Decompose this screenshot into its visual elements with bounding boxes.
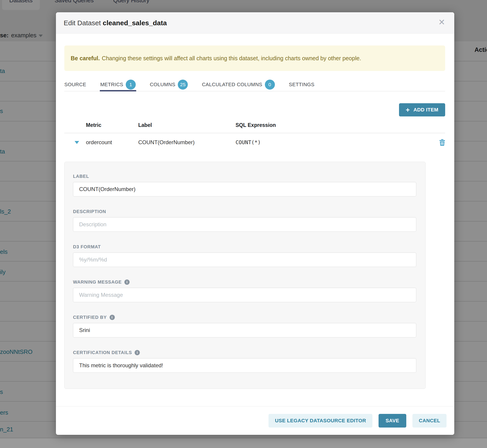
tab-settings-label: SETTINGS	[289, 82, 314, 88]
edit-dataset-modal: Edit Dataset cleaned_sales_data ✕ Be car…	[56, 12, 454, 435]
modal-header: Edit Dataset cleaned_sales_data ✕	[56, 12, 454, 34]
collapse-caret-icon[interactable]	[75, 141, 79, 144]
modal-body: Be careful. Changing these settings will…	[56, 46, 454, 389]
columns-count-badge: 25	[178, 80, 188, 90]
d3-format-caption-text: D3 FORMAT	[73, 244, 101, 249]
certified-by-input[interactable]	[73, 323, 416, 337]
warning-message-input[interactable]	[73, 288, 416, 302]
description-caption-text: DESCRIPTION	[73, 209, 106, 214]
metric-sql-cell: COUNT(*)	[236, 139, 431, 145]
info-icon[interactable]: i	[135, 350, 140, 355]
tab-metrics[interactable]: METRICS 1	[100, 79, 136, 91]
label-caption-text: LABEL	[73, 174, 89, 179]
d3-format-field-caption: D3 FORMAT	[73, 244, 416, 249]
tab-source-label: SOURCE	[64, 82, 86, 88]
delete-metric-button[interactable]	[431, 139, 445, 146]
certified-by-field-caption: CERTIFIED BY i	[73, 315, 416, 320]
modal-title: Edit Dataset cleaned_sales_data	[64, 19, 167, 27]
certified-by-caption-text: CERTIFIED BY	[73, 315, 107, 320]
tab-metrics-label: METRICS	[100, 82, 123, 88]
add-item-label: ADD ITEM	[413, 107, 438, 113]
save-button[interactable]: SAVE	[379, 414, 406, 428]
plus-icon: +	[406, 106, 410, 113]
warning-banner-bold: Be careful.	[71, 55, 100, 62]
metrics-count-badge: 1	[126, 80, 136, 90]
info-icon[interactable]: i	[124, 280, 130, 285]
tab-settings[interactable]: SETTINGS	[289, 79, 314, 91]
close-icon[interactable]: ✕	[438, 18, 445, 26]
certification-details-field-caption: CERTIFICATION DETAILS i	[73, 350, 416, 355]
trash-icon	[439, 139, 445, 146]
description-field: DESCRIPTION	[73, 209, 416, 232]
add-item-row: + ADD ITEM	[64, 103, 445, 116]
metric-name-cell: ordercount	[86, 139, 138, 145]
background-footer-highlight	[0, 438, 487, 448]
certification-details-input[interactable]	[73, 358, 416, 373]
tab-columns-label: COLUMNS	[150, 82, 175, 88]
tab-source[interactable]: SOURCE	[64, 79, 86, 91]
d3-format-field: D3 FORMAT	[73, 244, 416, 267]
label-column-header: Label	[138, 122, 236, 128]
certification-details-field: CERTIFICATION DETAILS i	[73, 350, 416, 373]
d3-format-input[interactable]	[73, 252, 416, 267]
warning-message-caption-text: WARNING MESSAGE	[73, 280, 122, 285]
dataset-editor-tabs: SOURCE METRICS 1 COLUMNS 25 CALCULATED C…	[64, 79, 445, 91]
label-field: LABEL	[73, 174, 416, 196]
modal-title-prefix: Edit Dataset	[64, 19, 101, 27]
metrics-table-header: Metric Label SQL Expression	[64, 122, 445, 133]
description-field-caption: DESCRIPTION	[73, 209, 416, 214]
warning-banner-text: Changing these settings will affect all …	[102, 55, 361, 62]
info-icon[interactable]: i	[110, 315, 115, 320]
label-input[interactable]	[73, 182, 416, 196]
metric-column-header: Metric	[86, 122, 138, 128]
tab-columns[interactable]: COLUMNS 25	[150, 79, 188, 91]
add-item-button[interactable]: + ADD ITEM	[399, 103, 445, 116]
use-legacy-datasource-editor-button[interactable]: USE LEGACY DATASOURCE EDITOR	[269, 414, 372, 428]
calculated-columns-count-badge: 0	[265, 80, 275, 90]
modal-title-dataset-name: cleaned_sales_data	[103, 19, 167, 27]
metric-label-cell: COUNT(OrderNumber)	[138, 139, 236, 145]
cancel-button[interactable]: CANCEL	[412, 414, 447, 428]
certification-details-caption-text: CERTIFICATION DETAILS	[73, 350, 132, 355]
description-input[interactable]	[73, 217, 416, 232]
warning-banner: Be careful. Changing these settings will…	[64, 46, 445, 71]
modal-footer: USE LEGACY DATASOURCE EDITOR SAVE CANCEL	[56, 406, 454, 435]
warning-message-field-caption: WARNING MESSAGE i	[73, 280, 416, 285]
sql-expression-column-header: SQL Expression	[236, 122, 431, 128]
tab-calculated-columns-label: CALCULATED COLUMNS	[202, 82, 262, 88]
tab-calculated-columns[interactable]: CALCULATED COLUMNS 0	[202, 79, 275, 91]
certified-by-field: CERTIFIED BY i	[73, 315, 416, 337]
metric-detail-panel: LABEL DESCRIPTION D3 FORMAT WARNING MESS…	[64, 162, 426, 389]
metric-table-row: ordercount COUNT(OrderNumber) COUNT(*)	[64, 133, 445, 152]
warning-message-field: WARNING MESSAGE i	[73, 280, 416, 302]
label-field-caption: LABEL	[73, 174, 416, 179]
